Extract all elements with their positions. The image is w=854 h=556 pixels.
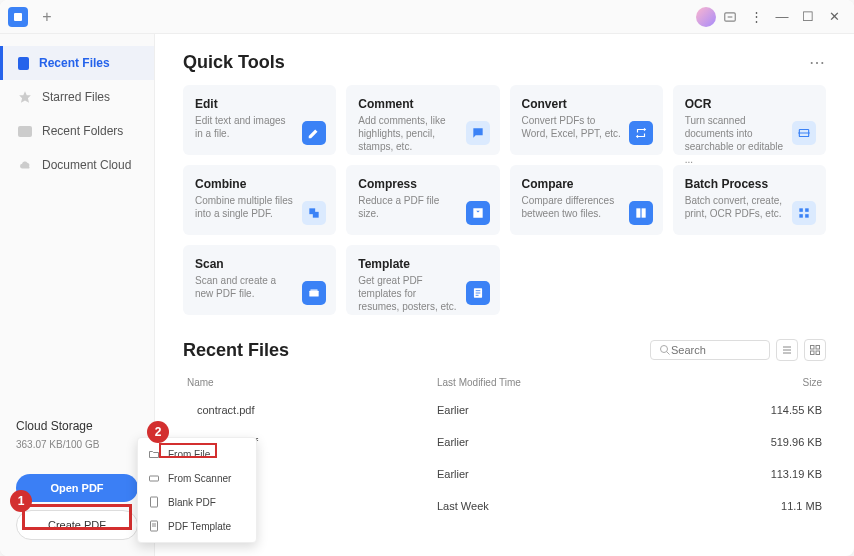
file-size: 519.96 KB <box>742 436 822 448</box>
tool-template[interactable]: Template Get great PDF templates for res… <box>346 245 499 315</box>
comment-icon <box>466 121 490 145</box>
sidebar-item-recent-files[interactable]: Recent Files <box>0 46 154 80</box>
edit-icon <box>302 121 326 145</box>
search-box[interactable] <box>650 340 770 360</box>
context-item-from-scanner[interactable]: From Scanner <box>138 466 256 490</box>
context-item-from-file[interactable]: From File <box>138 442 256 466</box>
tool-desc: Edit text and images in a file. <box>195 114 295 140</box>
more-vertical-icon[interactable]: ⋮ <box>744 5 768 29</box>
create-pdf-button[interactable]: Create PDF <box>16 510 138 540</box>
maximize-button[interactable]: ☐ <box>796 5 820 29</box>
svg-rect-11 <box>805 214 809 218</box>
svg-rect-20 <box>151 497 158 507</box>
more-horizontal-icon[interactable]: ⋯ <box>809 53 826 72</box>
col-time: Last Modified Time <box>437 377 742 388</box>
main-content: Quick Tools ⋯ Edit Edit text and images … <box>155 34 854 556</box>
tool-desc: Convert PDFs to Word, Excel, PPT, etc. <box>522 114 622 140</box>
tool-compare[interactable]: Compare Compare differences between two … <box>510 165 663 235</box>
compare-icon <box>629 201 653 225</box>
table-row[interactable]: Earlier 113.19 KB <box>183 458 826 490</box>
file-size: 113.19 KB <box>742 468 822 480</box>
scanner-icon <box>148 472 160 484</box>
sidebar-item-label: Document Cloud <box>42 158 131 172</box>
add-tab-button[interactable]: + <box>36 6 58 28</box>
context-item-pdf-template[interactable]: PDF Template <box>138 514 256 538</box>
tool-comment[interactable]: Comment Add comments, like highlights, p… <box>346 85 499 155</box>
col-size: Size <box>742 377 822 388</box>
titlebar: + ⋮ — ☐ ✕ <box>0 0 854 34</box>
sidebar-item-recent-folders[interactable]: Recent Folders <box>0 114 154 148</box>
tool-compress[interactable]: Compress Reduce a PDF file size. <box>346 165 499 235</box>
search-icon <box>659 344 671 356</box>
compress-icon <box>466 201 490 225</box>
create-pdf-context-menu: From File From Scanner Blank PDF PDF Tem… <box>137 437 257 543</box>
tool-desc: Reduce a PDF file size. <box>358 194 458 220</box>
user-avatar[interactable] <box>696 7 716 27</box>
table-row[interactable]: Architect.pdf Earlier 519.96 KB <box>183 426 826 458</box>
context-item-label: Blank PDF <box>168 497 216 508</box>
star-icon <box>18 90 32 104</box>
tool-combine[interactable]: Combine Combine multiple files into a si… <box>183 165 336 235</box>
svg-rect-17 <box>811 351 815 355</box>
tool-ocr[interactable]: OCR Turn scanned documents into searchab… <box>673 85 826 155</box>
sidebar-item-label: Recent Files <box>39 56 110 70</box>
tool-title: Edit <box>195 97 324 111</box>
minimize-button[interactable]: — <box>770 5 794 29</box>
sidebar-item-label: Recent Folders <box>42 124 123 138</box>
context-item-label: From Scanner <box>168 473 231 484</box>
svg-rect-7 <box>641 208 645 217</box>
message-icon[interactable] <box>718 5 742 29</box>
svg-rect-12 <box>310 291 319 297</box>
tool-desc: Turn scanned documents into searchable o… <box>685 114 785 166</box>
sidebar-item-document-cloud[interactable]: Document Cloud <box>0 148 154 182</box>
close-button[interactable]: ✕ <box>822 5 846 29</box>
tool-scan[interactable]: Scan Scan and create a new PDF file. <box>183 245 336 315</box>
cloud-icon <box>18 158 32 172</box>
svg-rect-16 <box>816 346 820 350</box>
file-name: contract.pdf <box>197 404 254 416</box>
svg-rect-9 <box>805 208 809 212</box>
tool-title: Convert <box>522 97 651 111</box>
blank-page-icon <box>148 496 160 508</box>
scan-icon <box>302 281 326 305</box>
tool-title: Comment <box>358 97 487 111</box>
sidebar-item-label: Starred Files <box>42 90 110 104</box>
table-row[interactable]: Last Week 11.1 MB <box>183 490 826 522</box>
svg-marker-2 <box>19 91 31 103</box>
tool-title: Compress <box>358 177 487 191</box>
tool-edit[interactable]: Edit Edit text and images in a file. <box>183 85 336 155</box>
folder-icon <box>148 448 160 460</box>
svg-rect-6 <box>636 208 640 217</box>
tool-title: OCR <box>685 97 814 111</box>
svg-rect-10 <box>799 214 803 218</box>
file-time: Last Week <box>437 500 742 512</box>
file-size: 11.1 MB <box>742 500 822 512</box>
convert-icon <box>629 121 653 145</box>
file-time: Earlier <box>437 436 742 448</box>
template-icon <box>466 281 490 305</box>
table-row[interactable]: contract.pdf Earlier 114.55 KB <box>183 394 826 426</box>
sidebar-item-starred-files[interactable]: Starred Files <box>0 80 154 114</box>
svg-rect-0 <box>14 13 22 21</box>
context-item-label: PDF Template <box>168 521 231 532</box>
file-time: Earlier <box>437 468 742 480</box>
sidebar: Recent Files Starred Files Recent Folder… <box>0 34 155 556</box>
context-item-blank-pdf[interactable]: Blank PDF <box>138 490 256 514</box>
cloud-storage-label: Cloud Storage <box>16 419 138 433</box>
search-input[interactable] <box>671 344 761 356</box>
tool-title: Compare <box>522 177 651 191</box>
tool-title: Scan <box>195 257 324 271</box>
grid-view-button[interactable] <box>804 339 826 361</box>
tool-desc: Combine multiple files into a single PDF… <box>195 194 295 220</box>
cloud-storage-value: 363.07 KB/100 GB <box>16 439 138 450</box>
open-pdf-button[interactable]: Open PDF <box>16 474 138 502</box>
tool-title: Template <box>358 257 487 271</box>
file-icon <box>18 57 29 70</box>
list-view-button[interactable] <box>776 339 798 361</box>
svg-rect-8 <box>799 208 803 212</box>
tool-desc: Get great PDF templates for resumes, pos… <box>358 274 458 313</box>
app-logo <box>8 7 28 27</box>
tool-title: Combine <box>195 177 324 191</box>
tool-convert[interactable]: Convert Convert PDFs to Word, Excel, PPT… <box>510 85 663 155</box>
tool-batch[interactable]: Batch Process Batch convert, create, pri… <box>673 165 826 235</box>
